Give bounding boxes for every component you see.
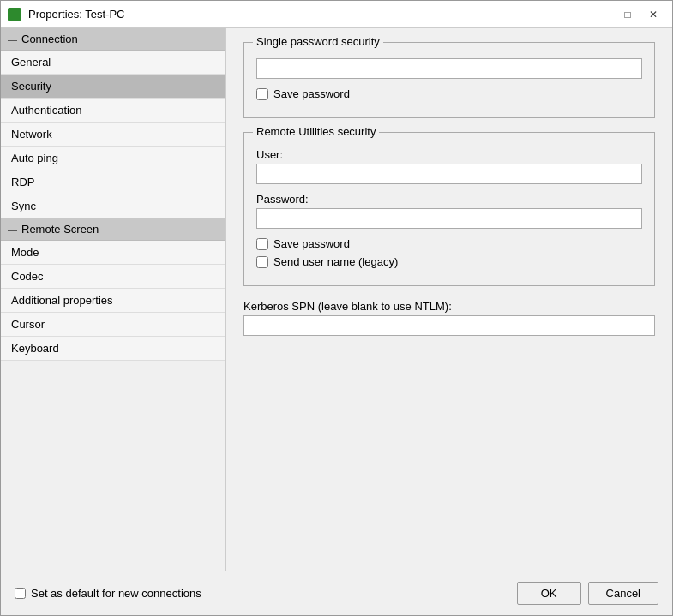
sidebar-item-keyboard[interactable]: Keyboard [1,337,225,361]
window-title: Properties: Test-PC [28,8,590,21]
user-label: User: [256,148,642,161]
ok-button[interactable]: OK [517,582,581,605]
single-password-content: Save password [256,58,642,100]
maximize-button[interactable]: □ [616,6,640,23]
cancel-button[interactable]: Cancel [588,582,658,605]
remote-utilities-section-title: Remote Utilities security [253,125,379,138]
kerberos-input[interactable] [243,315,655,336]
user-group: User: [256,148,642,184]
close-button[interactable]: ✕ [641,6,665,23]
footer: Set as default for new connections OK Ca… [1,571,672,615]
collapse-remote-icon: — [8,224,17,235]
main-content: — Connection General Security Authentica… [1,28,672,571]
sidebar-item-additional-properties[interactable]: Additional properties [1,289,225,313]
single-save-password-checkbox[interactable] [256,88,268,100]
remote-screen-section-label: Remote Screen [21,223,99,236]
sidebar-item-security[interactable]: Security [1,75,225,99]
default-connection-checkbox[interactable] [15,588,26,599]
sidebar-item-sync[interactable]: Sync [1,194,225,218]
password-label: Password: [256,193,642,206]
minimize-button[interactable]: — [590,6,614,23]
send-user-name-row: Send user name (legacy) [256,255,642,268]
single-password-section: Single password security Save password [243,42,655,118]
main-window: Properties: Test-PC — □ ✕ — Connection G… [0,0,673,616]
sidebar-item-mode[interactable]: Mode [1,241,225,265]
default-connection-label: Set as default for new connections [31,587,201,600]
title-bar-controls: — □ ✕ [590,6,665,23]
single-save-password-label: Save password [273,87,350,100]
sidebar: — Connection General Security Authentica… [1,28,226,571]
remote-utilities-content: User: Password: Save password Send user … [256,148,642,268]
remote-screen-section-header[interactable]: — Remote Screen [1,218,225,241]
single-save-password-row: Save password [256,87,642,100]
content-area: Single password security Save password R… [226,28,672,571]
sidebar-item-network[interactable]: Network [1,123,225,147]
send-user-name-checkbox[interactable] [256,256,268,268]
single-password-group [256,58,642,79]
sidebar-item-auto-ping[interactable]: Auto ping [1,147,225,170]
user-input[interactable] [256,164,642,184]
footer-buttons: OK Cancel [517,582,658,605]
single-password-section-title: Single password security [253,35,383,48]
collapse-connection-icon: — [8,34,17,45]
connection-section-label: Connection [21,33,78,45]
password-input[interactable] [256,208,642,229]
remote-utilities-section: Remote Utilities security User: Password… [243,132,655,286]
sidebar-item-general[interactable]: General [1,51,225,75]
footer-left: Set as default for new connections [15,587,517,600]
remote-save-password-checkbox[interactable] [256,238,268,250]
title-bar: Properties: Test-PC — □ ✕ [1,1,672,28]
connection-section-header[interactable]: — Connection [1,28,225,51]
single-password-input[interactable] [256,58,642,79]
send-user-name-label: Send user name (legacy) [273,255,398,268]
sidebar-item-authentication[interactable]: Authentication [1,99,225,123]
app-icon [8,8,21,21]
remote-save-password-row: Save password [256,237,642,250]
sidebar-item-rdp[interactable]: RDP [1,170,225,194]
remote-save-password-label: Save password [273,237,350,250]
sidebar-item-cursor[interactable]: Cursor [1,313,225,337]
kerberos-group: Kerberos SPN (leave blank to use NTLM): [243,300,655,336]
password-group: Password: [256,193,642,229]
sidebar-item-codec[interactable]: Codec [1,265,225,289]
kerberos-label: Kerberos SPN (leave blank to use NTLM): [243,300,655,313]
